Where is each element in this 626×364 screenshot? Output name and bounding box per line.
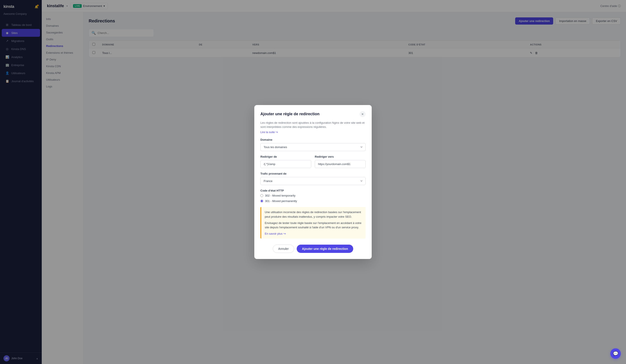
modal-close-button[interactable]: ✕ — [359, 111, 366, 117]
radio-301-label: 301 - Moved permanently — [265, 200, 297, 203]
warning-box: Une utilisation incorrecte des règles de… — [260, 207, 366, 239]
warning-text-1: Une utilisation incorrecte des règles de… — [265, 210, 362, 219]
modal-title: Ajouter une règle de redirection — [260, 112, 319, 116]
redirect-from-field: Rediriger de — [260, 155, 311, 168]
redirect-to-col: Rediriger vers — [315, 155, 366, 172]
warning-link[interactable]: En savoir plus ↪ — [265, 232, 286, 235]
warning-text-2: Envisagez de tester toute règle basée su… — [265, 221, 362, 230]
redirect-row: Rediriger de Rediriger vers — [260, 155, 366, 172]
modal-description: Les règles de redirection sont ajoutées … — [260, 121, 366, 129]
redirect-from-label: Rediriger de — [260, 155, 311, 158]
radio-302-label: 302 - Moved temporarily — [265, 194, 295, 197]
redirect-from-input[interactable] — [260, 160, 311, 168]
modal-footer: Annuler Ajouter une règle de redirection — [260, 245, 366, 253]
radio-302-input[interactable] — [260, 194, 263, 197]
domain-label: Domaine — [260, 138, 366, 141]
arrow-icon: ↪ — [276, 130, 278, 134]
http-code-field: Code d'état HTTP 302 - Moved temporarily… — [260, 189, 366, 203]
radio-group: 302 - Moved temporarily 301 - Moved perm… — [260, 194, 366, 203]
modal: Ajouter une règle de redirection ✕ Les r… — [254, 105, 372, 259]
chat-button[interactable]: 💬 — [610, 348, 621, 359]
redirect-to-label: Rediriger vers — [315, 155, 366, 158]
traffic-label: Trafic provenant de — [260, 172, 366, 175]
radio-301-option[interactable]: 301 - Moved permanently — [260, 200, 366, 203]
submit-button[interactable]: Ajouter une règle de redirection — [297, 245, 353, 253]
redirect-to-input[interactable] — [315, 160, 366, 168]
modal-overlay[interactable]: Ajouter une règle de redirection ✕ Les r… — [0, 0, 626, 364]
modal-header: Ajouter une règle de redirection ✕ — [260, 111, 366, 117]
radio-302-option[interactable]: 302 - Moved temporarily — [260, 194, 366, 197]
http-code-label: Code d'état HTTP — [260, 189, 366, 192]
radio-301-input[interactable] — [260, 200, 263, 202]
warning-arrow-icon: ↪ — [283, 232, 286, 235]
read-more-link[interactable]: Lire la suite ↪ — [260, 130, 278, 134]
traffic-select[interactable]: France — [260, 177, 366, 185]
redirect-to-field: Rediriger vers — [315, 155, 366, 168]
domain-field: Domaine Tous les domaines — [260, 138, 366, 151]
redirect-from-col: Rediriger de — [260, 155, 311, 172]
domain-select[interactable]: Tous les domaines — [260, 143, 366, 151]
traffic-field: Trafic provenant de France — [260, 172, 366, 185]
cancel-button[interactable]: Annuler — [273, 245, 294, 253]
